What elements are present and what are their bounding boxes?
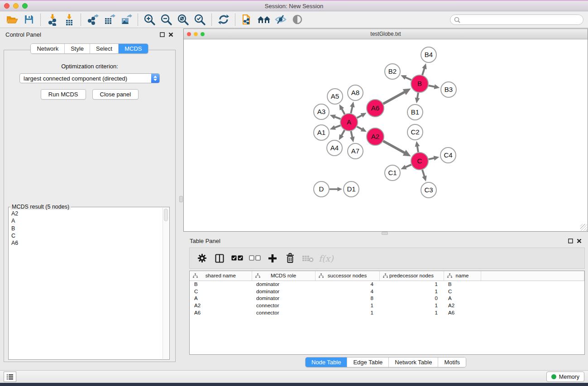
tab-node-table[interactable]: Node Table [306, 357, 347, 367]
table-cell[interactable]: C [444, 288, 481, 295]
graph-edge-A-A5[interactable] [342, 109, 345, 114]
network-canvas[interactable]: AA1A2A3A4A5A6A7A8BB1B2B3B4CC1C2C3C4DD1 [184, 40, 588, 231]
function-builder-button[interactable]: f(x) [319, 252, 334, 265]
column-header-successor-nodes[interactable]: successor nodes [315, 271, 379, 281]
window-resize-grip[interactable] [580, 224, 587, 231]
mcds-result-item[interactable]: A [9, 217, 162, 224]
tab-select[interactable]: Select [90, 44, 118, 53]
tab-style[interactable]: Style [64, 44, 90, 53]
export-table-button[interactable] [101, 13, 118, 27]
table-cell[interactable]: 1 [379, 288, 444, 295]
graph-edge-B-B3[interactable] [429, 86, 435, 87]
tab-network-table[interactable]: Network Table [388, 357, 438, 367]
graph-edge-A-A3[interactable] [335, 117, 340, 119]
table-cell[interactable]: 0 [379, 295, 444, 302]
show-all-button[interactable] [289, 13, 306, 27]
delete-table-button[interactable] [301, 252, 315, 265]
new-network-from-selection-button[interactable] [239, 13, 255, 27]
graph-edge-B-B1[interactable] [417, 93, 418, 99]
close-panel-button[interactable]: Close panel [92, 89, 139, 100]
table-cell[interactable]: 1 [379, 281, 444, 288]
mcds-result-item[interactable]: A6 [9, 239, 162, 247]
table-cell[interactable]: dominator [252, 281, 315, 288]
table-cell[interactable]: A [190, 295, 252, 302]
graph-edge-C-C4[interactable] [429, 158, 435, 159]
table-cell[interactable]: B [444, 281, 481, 288]
table-cell[interactable]: connector [252, 302, 315, 309]
graph-edge-C-C1[interactable] [405, 165, 411, 167]
graph-edge-A6-B[interactable] [383, 92, 405, 104]
column-header-predecessor-nodes[interactable]: predecessor nodes [379, 271, 444, 281]
home-button[interactable] [255, 13, 272, 27]
graph-edge-A-A1[interactable] [335, 125, 340, 128]
open-session-button[interactable] [4, 13, 20, 27]
select-all-rows-button[interactable] [230, 252, 244, 265]
table-cell[interactable]: 1 [379, 309, 444, 316]
table-row[interactable]: Adominator80A [190, 295, 584, 302]
table-row[interactable]: Cdominator41C [190, 288, 584, 295]
table-cell[interactable]: 4 [315, 281, 379, 288]
zoom-in-button[interactable] [141, 13, 158, 27]
graph-edge-A-A2[interactable] [357, 127, 363, 129]
table-cell[interactable]: dominator [252, 295, 315, 302]
add-column-button[interactable] [266, 252, 279, 265]
zoom-fit-button[interactable] [175, 13, 191, 27]
table-cell[interactable]: A2 [444, 302, 481, 309]
table-cell[interactable]: 1 [379, 302, 444, 309]
search-input[interactable] [450, 14, 583, 25]
graph-edge-C-C2[interactable] [417, 146, 418, 152]
memory-button[interactable]: Memory [546, 372, 584, 382]
table-cell[interactable]: connector [252, 309, 315, 316]
tab-motifs[interactable]: Motifs [438, 357, 466, 367]
table-cell[interactable]: A6 [190, 309, 252, 316]
close-panel-icon[interactable] [168, 32, 173, 37]
table-cell[interactable]: B [190, 281, 252, 288]
mcds-result-item[interactable]: A2 [9, 210, 162, 217]
import-table-button[interactable] [61, 13, 77, 27]
table-row[interactable]: A2connector11A2 [190, 302, 584, 309]
table-cell[interactable]: A [444, 295, 481, 302]
import-network-button[interactable] [44, 13, 61, 27]
tab-mcds[interactable]: MCDS [118, 44, 148, 53]
tab-network[interactable]: Network [31, 44, 64, 53]
column-header-name[interactable]: name [444, 271, 481, 281]
table-cell[interactable]: 8 [315, 295, 379, 302]
graph-edge-A-A6[interactable] [357, 115, 362, 118]
column-header-shared-name[interactable]: shared name [190, 271, 252, 281]
apply-layout-button[interactable] [215, 13, 232, 27]
mcds-result-list[interactable]: A2ABCA6 [9, 210, 162, 359]
zoom-out-button[interactable] [158, 13, 175, 27]
column-header-MCDS-role[interactable]: MCDS role [252, 271, 315, 281]
graph-edge-A-A8[interactable] [351, 106, 352, 113]
table-row[interactable]: Bdominator41B [190, 281, 584, 288]
table-cell[interactable]: A6 [444, 309, 481, 316]
mcds-result-item[interactable]: C [9, 232, 162, 239]
table-row[interactable]: A6connector11A6 [190, 309, 584, 316]
mcds-result-item[interactable]: B [9, 225, 162, 232]
export-network-button[interactable] [84, 13, 101, 27]
delete-columns-button[interactable] [283, 252, 297, 265]
table-cell[interactable]: 4 [315, 288, 379, 295]
node-table[interactable]: shared nameMCDS rolesuccessor nodesprede… [189, 271, 585, 355]
tab-edge-table[interactable]: Edge Table [347, 357, 388, 367]
table-cell[interactable]: dominator [252, 288, 315, 295]
close-panel-icon[interactable] [577, 238, 582, 243]
deselect-all-rows-button[interactable] [248, 252, 262, 265]
mcds-result-scrollbar[interactable] [163, 208, 169, 359]
table-cell[interactable]: 1 [315, 309, 379, 316]
graph-edge-A2-C[interactable] [383, 141, 405, 153]
table-cell[interactable]: A2 [190, 302, 252, 309]
save-session-button[interactable] [20, 13, 37, 27]
graph-edge-B-B4[interactable] [422, 68, 425, 75]
network-graph[interactable]: AA1A2A3A4A5A6A7A8BB1B2B3B4CC1C2C3C4DD1 [184, 40, 588, 231]
export-image-button[interactable] [118, 13, 134, 27]
table-cell[interactable]: C [190, 288, 252, 295]
task-history-button[interactable] [4, 372, 16, 382]
show-columns-button[interactable] [213, 252, 226, 265]
optimization-criterion-select[interactable]: largest connected component (directed) [19, 73, 160, 83]
float-panel-icon[interactable] [160, 32, 165, 37]
table-cell[interactable]: 1 [315, 302, 379, 309]
hide-selected-button[interactable] [272, 13, 289, 27]
graph-edge-A-A7[interactable] [351, 131, 352, 138]
vertical-splitter-handle[interactable] [179, 196, 183, 202]
